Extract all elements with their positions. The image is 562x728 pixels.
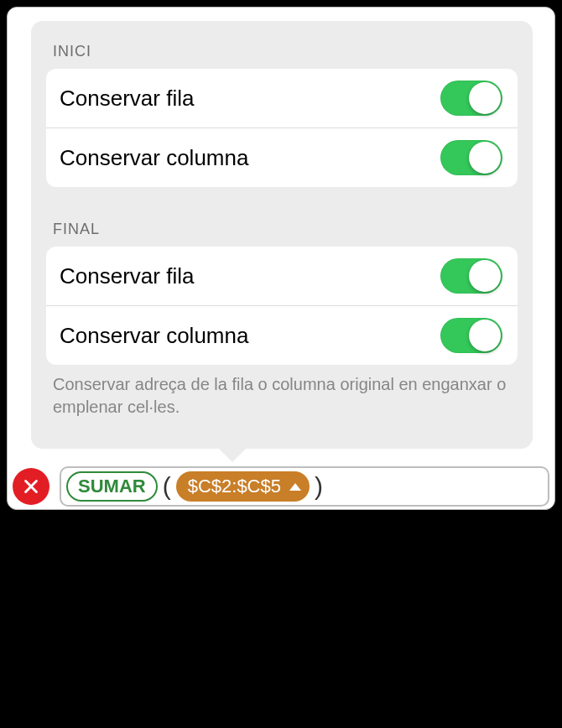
close-paren: ): [313, 471, 325, 502]
section-title-start: INICI: [53, 43, 518, 60]
end-keep-row: Conservar fila: [46, 247, 518, 305]
formula-input[interactable]: SUMAR ( $C$2:$C$5 ): [60, 466, 549, 507]
annotation-leader-line: [188, 510, 190, 577]
start-keep-row-toggle[interactable]: [440, 81, 502, 116]
end-card: Conservar fila Conservar columna: [46, 247, 518, 365]
start-keep-col-toggle[interactable]: [440, 140, 502, 175]
start-keep-row: Conservar fila: [46, 69, 518, 127]
popover-arrow: [217, 447, 247, 462]
end-keep-row-toggle[interactable]: [440, 258, 502, 294]
reference-options-popover: INICI Conservar fila Conservar columna F…: [31, 21, 533, 449]
function-pill[interactable]: SUMAR: [66, 471, 158, 502]
caret-up-icon: [289, 483, 301, 491]
end-keep-col-toggle[interactable]: [440, 318, 502, 353]
start-keep-row-label: Conservar fila: [60, 86, 194, 112]
formula-bar: SUMAR ( $C$2:$C$5 ): [8, 462, 554, 511]
reference-pill[interactable]: $C$2:$C$5: [176, 471, 310, 502]
end-keep-col-label: Conservar columna: [60, 323, 248, 349]
close-button[interactable]: [13, 468, 49, 505]
start-card: Conservar fila Conservar columna: [46, 69, 518, 187]
close-icon: [22, 477, 40, 496]
end-keep-row-label: Conservar fila: [60, 263, 194, 289]
section-title-end: FINAL: [53, 221, 518, 238]
reference-text: $C$2:$C$5: [188, 476, 281, 497]
open-paren: (: [161, 471, 173, 502]
start-keep-col-label: Conservar columna: [60, 145, 248, 171]
footnote-text: Conservar adreça de la fila o columna or…: [53, 373, 511, 419]
start-keep-col: Conservar columna: [46, 127, 518, 187]
end-keep-col: Conservar columna: [46, 305, 518, 365]
